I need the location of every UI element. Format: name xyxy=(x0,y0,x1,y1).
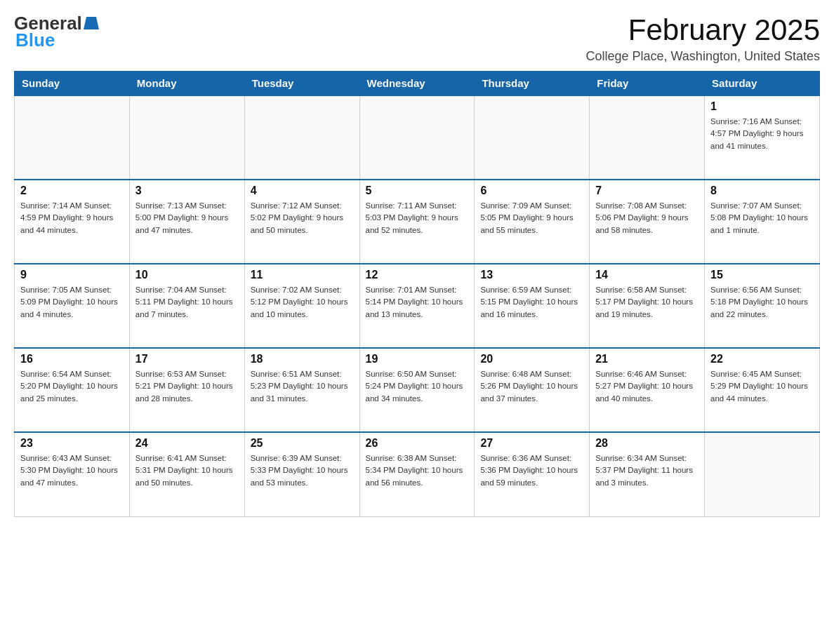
day-number: 17 xyxy=(135,353,239,365)
day-number: 5 xyxy=(366,185,469,197)
day-info: Sunrise: 7:11 AM Sunset: 5:03 PM Dayligh… xyxy=(366,200,469,236)
day-info: Sunrise: 6:58 AM Sunset: 5:17 PM Dayligh… xyxy=(595,284,699,321)
day-number: 16 xyxy=(20,353,124,365)
calendar-cell: 2Sunrise: 7:14 AM Sunset: 4:59 PM Daylig… xyxy=(15,180,130,264)
calendar-cell: 24Sunrise: 6:41 AM Sunset: 5:31 PM Dayli… xyxy=(129,432,244,516)
day-info: Sunrise: 6:50 AM Sunset: 5:24 PM Dayligh… xyxy=(366,368,469,405)
calendar-cell xyxy=(590,95,705,180)
calendar-cell: 20Sunrise: 6:48 AM Sunset: 5:26 PM Dayli… xyxy=(475,348,590,432)
calendar-cell: 22Sunrise: 6:45 AM Sunset: 5:29 PM Dayli… xyxy=(705,348,820,432)
day-info: Sunrise: 6:41 AM Sunset: 5:31 PM Dayligh… xyxy=(135,452,239,489)
calendar-week-row-1: 1Sunrise: 7:16 AM Sunset: 4:57 PM Daylig… xyxy=(15,95,820,180)
day-info: Sunrise: 6:38 AM Sunset: 5:34 PM Dayligh… xyxy=(366,452,469,489)
day-info: Sunrise: 6:53 AM Sunset: 5:21 PM Dayligh… xyxy=(135,368,239,405)
day-number: 22 xyxy=(710,353,814,365)
calendar-cell: 7Sunrise: 7:08 AM Sunset: 5:06 PM Daylig… xyxy=(590,180,705,264)
day-info: Sunrise: 7:01 AM Sunset: 5:14 PM Dayligh… xyxy=(366,284,469,321)
calendar-cell: 25Sunrise: 6:39 AM Sunset: 5:33 PM Dayli… xyxy=(244,432,359,516)
day-number: 1 xyxy=(710,100,814,113)
calendar-cell: 23Sunrise: 6:43 AM Sunset: 5:30 PM Dayli… xyxy=(15,432,130,516)
calendar-cell xyxy=(359,95,475,180)
calendar-cell: 10Sunrise: 7:04 AM Sunset: 5:11 PM Dayli… xyxy=(129,264,244,348)
calendar-cell: 28Sunrise: 6:34 AM Sunset: 5:37 PM Dayli… xyxy=(590,432,705,516)
month-title: February 2025 xyxy=(585,14,820,46)
calendar-header-saturday: Saturday xyxy=(705,72,820,96)
day-number: 13 xyxy=(480,269,583,281)
calendar-cell: 8Sunrise: 7:07 AM Sunset: 5:08 PM Daylig… xyxy=(705,180,820,264)
day-number: 10 xyxy=(135,269,239,281)
day-info: Sunrise: 7:12 AM Sunset: 5:02 PM Dayligh… xyxy=(251,200,354,236)
day-number: 26 xyxy=(366,437,469,450)
day-number: 24 xyxy=(135,437,239,450)
calendar-cell: 11Sunrise: 7:02 AM Sunset: 5:12 PM Dayli… xyxy=(244,264,359,348)
day-info: Sunrise: 6:34 AM Sunset: 5:37 PM Dayligh… xyxy=(595,452,699,489)
day-info: Sunrise: 6:46 AM Sunset: 5:27 PM Dayligh… xyxy=(595,368,699,405)
calendar-header-sunday: Sunday xyxy=(15,72,130,96)
calendar-week-row-3: 9Sunrise: 7:05 AM Sunset: 5:09 PM Daylig… xyxy=(15,264,820,348)
calendar-cell: 27Sunrise: 6:36 AM Sunset: 5:36 PM Dayli… xyxy=(475,432,590,516)
day-number: 27 xyxy=(480,437,583,450)
day-number: 3 xyxy=(135,185,239,197)
day-number: 15 xyxy=(710,269,814,281)
calendar-header-tuesday: Tuesday xyxy=(244,72,359,96)
day-info: Sunrise: 7:05 AM Sunset: 5:09 PM Dayligh… xyxy=(20,284,124,321)
day-number: 2 xyxy=(20,185,124,197)
calendar-header-row: SundayMondayTuesdayWednesdayThursdayFrid… xyxy=(15,72,820,96)
day-info: Sunrise: 7:04 AM Sunset: 5:11 PM Dayligh… xyxy=(135,284,239,321)
calendar-cell: 26Sunrise: 6:38 AM Sunset: 5:34 PM Dayli… xyxy=(359,432,475,516)
calendar-cell: 18Sunrise: 6:51 AM Sunset: 5:23 PM Dayli… xyxy=(244,348,359,432)
calendar-header-wednesday: Wednesday xyxy=(359,72,475,96)
calendar-cell: 12Sunrise: 7:01 AM Sunset: 5:14 PM Dayli… xyxy=(359,264,475,348)
day-number: 25 xyxy=(251,437,354,450)
day-info: Sunrise: 6:54 AM Sunset: 5:20 PM Dayligh… xyxy=(20,368,124,405)
day-number: 23 xyxy=(20,437,124,450)
day-info: Sunrise: 7:16 AM Sunset: 4:57 PM Dayligh… xyxy=(710,116,814,152)
logo-blue-text: Blue xyxy=(14,29,55,51)
location-subtitle: College Place, Washington, United States xyxy=(585,49,820,64)
svg-marker-0 xyxy=(84,17,99,29)
page-header: General Blue February 2025 College Place… xyxy=(14,14,820,64)
day-number: 9 xyxy=(20,269,124,281)
day-info: Sunrise: 6:56 AM Sunset: 5:18 PM Dayligh… xyxy=(710,284,814,321)
calendar-cell: 17Sunrise: 6:53 AM Sunset: 5:21 PM Dayli… xyxy=(129,348,244,432)
calendar-cell: 9Sunrise: 7:05 AM Sunset: 5:09 PM Daylig… xyxy=(15,264,130,348)
calendar-cell: 3Sunrise: 7:13 AM Sunset: 5:00 PM Daylig… xyxy=(129,180,244,264)
day-info: Sunrise: 7:13 AM Sunset: 5:00 PM Dayligh… xyxy=(135,200,239,236)
calendar-cell xyxy=(705,432,820,516)
calendar-cell: 1Sunrise: 7:16 AM Sunset: 4:57 PM Daylig… xyxy=(705,95,820,180)
day-info: Sunrise: 6:43 AM Sunset: 5:30 PM Dayligh… xyxy=(20,452,124,489)
calendar-week-row-4: 16Sunrise: 6:54 AM Sunset: 5:20 PM Dayli… xyxy=(15,348,820,432)
day-info: Sunrise: 6:51 AM Sunset: 5:23 PM Dayligh… xyxy=(251,368,354,405)
day-number: 8 xyxy=(710,185,814,197)
day-number: 11 xyxy=(251,269,354,281)
day-info: Sunrise: 6:39 AM Sunset: 5:33 PM Dayligh… xyxy=(251,452,354,489)
calendar-cell: 15Sunrise: 6:56 AM Sunset: 5:18 PM Dayli… xyxy=(705,264,820,348)
day-number: 6 xyxy=(480,185,583,197)
day-number: 14 xyxy=(595,269,699,281)
day-info: Sunrise: 7:07 AM Sunset: 5:08 PM Dayligh… xyxy=(710,200,814,236)
calendar-cell: 14Sunrise: 6:58 AM Sunset: 5:17 PM Dayli… xyxy=(590,264,705,348)
day-info: Sunrise: 6:59 AM Sunset: 5:15 PM Dayligh… xyxy=(480,284,583,321)
calendar-week-row-2: 2Sunrise: 7:14 AM Sunset: 4:59 PM Daylig… xyxy=(15,180,820,264)
day-info: Sunrise: 7:09 AM Sunset: 5:05 PM Dayligh… xyxy=(480,200,583,236)
calendar-table: SundayMondayTuesdayWednesdayThursdayFrid… xyxy=(14,71,820,517)
calendar-cell: 19Sunrise: 6:50 AM Sunset: 5:24 PM Dayli… xyxy=(359,348,475,432)
calendar-header-friday: Friday xyxy=(590,72,705,96)
calendar-cell: 21Sunrise: 6:46 AM Sunset: 5:27 PM Dayli… xyxy=(590,348,705,432)
day-info: Sunrise: 6:36 AM Sunset: 5:36 PM Dayligh… xyxy=(480,452,583,489)
calendar-cell: 6Sunrise: 7:09 AM Sunset: 5:05 PM Daylig… xyxy=(475,180,590,264)
calendar-header-monday: Monday xyxy=(129,72,244,96)
day-number: 12 xyxy=(366,269,469,281)
calendar-cell: 16Sunrise: 6:54 AM Sunset: 5:20 PM Dayli… xyxy=(15,348,130,432)
day-number: 19 xyxy=(366,353,469,365)
calendar-cell xyxy=(475,95,590,180)
calendar-header-thursday: Thursday xyxy=(475,72,590,96)
day-info: Sunrise: 6:48 AM Sunset: 5:26 PM Dayligh… xyxy=(480,368,583,405)
day-number: 28 xyxy=(595,437,699,450)
calendar-cell xyxy=(129,95,244,180)
day-number: 20 xyxy=(480,353,583,365)
calendar-cell xyxy=(244,95,359,180)
day-number: 18 xyxy=(251,353,354,365)
day-info: Sunrise: 7:14 AM Sunset: 4:59 PM Dayligh… xyxy=(20,200,124,236)
day-info: Sunrise: 6:45 AM Sunset: 5:29 PM Dayligh… xyxy=(710,368,814,405)
